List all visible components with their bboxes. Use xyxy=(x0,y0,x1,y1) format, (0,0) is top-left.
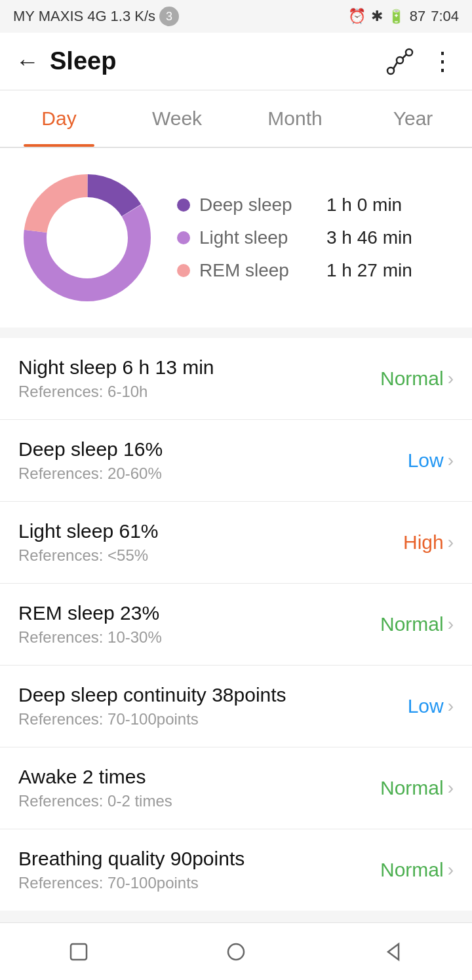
notification-badge: 3 xyxy=(159,7,179,26)
sleep-legend: Deep sleep 1 h 0 min Light sleep 3 h 46 … xyxy=(177,195,412,281)
rem-sleep-status[interactable]: Normal › xyxy=(380,613,454,635)
stat-row-deep-continuity[interactable]: Deep sleep continuity 38points Reference… xyxy=(0,666,472,747)
tab-week[interactable]: Week xyxy=(118,90,236,147)
deep-continuity-chevron: › xyxy=(448,696,454,717)
deep-continuity-status[interactable]: Low › xyxy=(408,695,454,717)
light-sleep-label: Light sleep xyxy=(199,227,317,248)
awake-status[interactable]: Normal › xyxy=(380,777,454,799)
breathing-chevron: › xyxy=(448,859,454,880)
donut-chart xyxy=(18,169,156,307)
chart-section: Deep sleep 1 h 0 min Light sleep 3 h 46 … xyxy=(0,148,472,328)
svg-point-8 xyxy=(48,198,127,277)
tab-day[interactable]: Day xyxy=(0,90,118,147)
tab-month[interactable]: Month xyxy=(236,90,354,147)
svg-point-10 xyxy=(228,944,244,960)
nav-square-button[interactable] xyxy=(59,932,98,971)
svg-marker-11 xyxy=(388,944,399,960)
status-right: ⏰ ✱ 🔋 87 7:04 xyxy=(348,8,459,25)
deep-sleep-info: Deep sleep 16% References: 20-60% xyxy=(18,438,163,483)
deep-continuity-info: Deep sleep continuity 38points Reference… xyxy=(18,684,286,728)
header-icons: ⋮ xyxy=(385,47,456,76)
back-button[interactable]: ← xyxy=(16,48,39,75)
awake-title: Awake 2 times xyxy=(18,766,172,788)
speed-label: 1.3 K/s xyxy=(111,8,155,25)
night-sleep-status[interactable]: Normal › xyxy=(380,368,454,390)
rem-sleep-title: REM sleep 23% xyxy=(18,602,162,624)
page-title: Sleep xyxy=(50,47,116,75)
legend-deep-sleep: Deep sleep 1 h 0 min xyxy=(177,195,412,216)
battery-level: 87 xyxy=(410,8,425,25)
breathing-info: Breathing quality 90points References: 7… xyxy=(18,848,245,892)
bottom-nav xyxy=(0,922,472,980)
night-sleep-title: Night sleep 6 h 13 min xyxy=(18,356,214,379)
stat-row-breathing[interactable]: Breathing quality 90points References: 7… xyxy=(0,829,472,911)
awake-status-label: Normal xyxy=(380,777,444,799)
stats-section: Night sleep 6 h 13 min References: 6-10h… xyxy=(0,338,472,911)
deep-sleep-status[interactable]: Low › xyxy=(408,449,454,472)
more-options-button[interactable]: ⋮ xyxy=(430,47,456,76)
breathing-status-label: Normal xyxy=(380,859,444,881)
tab-year[interactable]: Year xyxy=(354,90,472,147)
tab-bar: Day Week Month Year xyxy=(0,90,472,148)
night-sleep-chevron: › xyxy=(448,368,454,389)
nav-back-button[interactable] xyxy=(374,932,413,971)
rem-sleep-value: 1 h 27 min xyxy=(326,260,412,281)
carrier-label: MY MAXIS xyxy=(13,8,83,25)
rem-sleep-status-label: Normal xyxy=(380,613,444,635)
awake-info: Awake 2 times References: 0-2 times xyxy=(18,766,172,810)
light-sleep-status-label: High xyxy=(403,531,444,554)
app-header: ← Sleep ⋮ xyxy=(0,33,472,90)
deep-sleep-ref: References: 20-60% xyxy=(18,464,163,483)
stat-row-deep-sleep[interactable]: Deep sleep 16% References: 20-60% Low › xyxy=(0,420,472,502)
light-sleep-value: 3 h 46 min xyxy=(326,227,412,248)
night-sleep-status-label: Normal xyxy=(380,368,444,390)
light-sleep-ref: References: <55% xyxy=(18,546,159,565)
status-left: MY MAXIS 4G 1.3 K/s 3 xyxy=(13,7,179,26)
rem-sleep-info: REM sleep 23% References: 10-30% xyxy=(18,602,162,647)
nav-circle-button[interactable] xyxy=(216,932,256,971)
deep-sleep-status-label: Low xyxy=(408,449,444,472)
donut-svg xyxy=(18,169,156,307)
night-sleep-ref: References: 6-10h xyxy=(18,383,214,401)
bluetooth-icon: ✱ xyxy=(371,8,383,25)
stat-row-rem-sleep[interactable]: REM sleep 23% References: 10-30% Normal … xyxy=(0,584,472,666)
deep-continuity-ref: References: 70-100points xyxy=(18,710,286,728)
stat-row-night-sleep[interactable]: Night sleep 6 h 13 min References: 6-10h… xyxy=(0,338,472,420)
graph-icon[interactable] xyxy=(385,47,414,76)
deep-continuity-status-label: Low xyxy=(408,695,444,717)
battery-icon: 🔋 xyxy=(388,9,404,24)
light-sleep-dot xyxy=(177,231,190,244)
network-label: 4G xyxy=(87,8,106,25)
light-sleep-title: Light sleep 61% xyxy=(18,520,159,542)
rem-sleep-label: REM sleep xyxy=(199,260,317,281)
svg-line-3 xyxy=(393,62,397,69)
rem-sleep-ref: References: 10-30% xyxy=(18,628,162,647)
alarm-icon: ⏰ xyxy=(348,8,366,25)
deep-sleep-dot xyxy=(177,198,190,212)
deep-continuity-title: Deep sleep continuity 38points xyxy=(18,684,286,706)
deep-sleep-value: 1 h 0 min xyxy=(326,195,402,216)
night-sleep-info: Night sleep 6 h 13 min References: 6-10h xyxy=(18,356,214,401)
deep-sleep-chevron: › xyxy=(448,450,454,471)
legend-rem-sleep: REM sleep 1 h 27 min xyxy=(177,260,412,281)
rem-sleep-chevron: › xyxy=(448,614,454,635)
breathing-title: Breathing quality 90points xyxy=(18,848,245,870)
breathing-ref: References: 70-100points xyxy=(18,874,245,892)
light-sleep-chevron: › xyxy=(448,532,454,553)
time-label: 7:04 xyxy=(431,8,459,25)
status-bar: MY MAXIS 4G 1.3 K/s 3 ⏰ ✱ 🔋 87 7:04 xyxy=(0,0,472,33)
light-sleep-status[interactable]: High › xyxy=(403,531,454,554)
svg-line-4 xyxy=(403,54,406,58)
rem-sleep-dot xyxy=(177,264,190,277)
legend-light-sleep: Light sleep 3 h 46 min xyxy=(177,227,412,248)
awake-chevron: › xyxy=(448,778,454,799)
light-sleep-info: Light sleep 61% References: <55% xyxy=(18,520,159,565)
deep-sleep-title: Deep sleep 16% xyxy=(18,438,163,461)
stat-row-light-sleep[interactable]: Light sleep 61% References: <55% High › xyxy=(0,502,472,584)
stat-row-awake[interactable]: Awake 2 times References: 0-2 times Norm… xyxy=(0,747,472,829)
svg-rect-9 xyxy=(71,944,87,960)
header-left: ← Sleep xyxy=(16,47,116,75)
awake-ref: References: 0-2 times xyxy=(18,792,172,810)
breathing-status[interactable]: Normal › xyxy=(380,859,454,881)
deep-sleep-label: Deep sleep xyxy=(199,195,317,216)
